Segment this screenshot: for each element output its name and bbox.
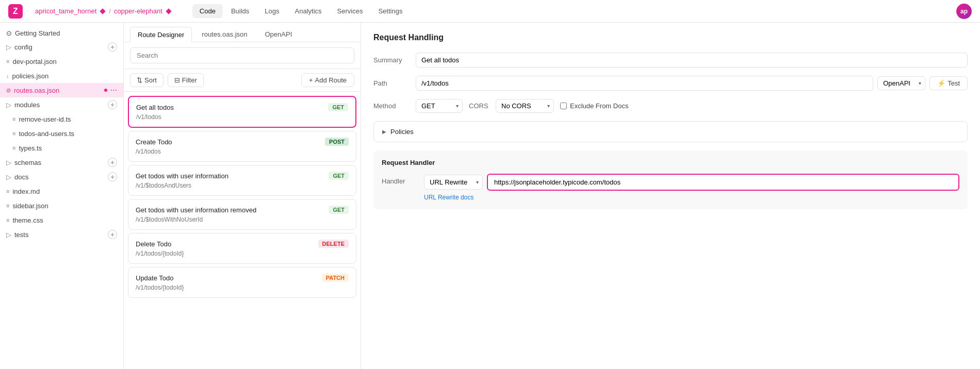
nav-tab-services[interactable]: Services [330, 4, 370, 18]
exclude-docs-checkbox[interactable] [560, 103, 567, 109]
avatar[interactable]: ap [956, 4, 972, 19]
policies-section: ▶ Policies [373, 121, 968, 142]
search-input[interactable] [130, 47, 354, 63]
routes-actions[interactable]: ··· [110, 86, 117, 95]
routes-list: Get all todos GET /v1/todos Create Todo … [124, 92, 361, 369]
sort-button[interactable]: ⇅ Sort [130, 73, 164, 87]
file-icon-remove-user: ≡ [12, 116, 15, 122]
modified-dot [104, 89, 107, 92]
route-item-todos-removed[interactable]: Get todos with user information removed … [128, 199, 356, 230]
filter-button[interactable]: ⊟ Filter [168, 73, 204, 87]
exclude-docs-text: Exclude From Docs [570, 102, 628, 110]
handler-type-select[interactable]: URL Rewrite Function Proxy [424, 175, 483, 190]
theme-label: theme.css [12, 216, 107, 224]
route-path-delete: /v1/todos/{todoId} [136, 250, 349, 257]
folder-icon-tests: ▷ [6, 231, 11, 239]
url-rewrite-docs-link[interactable]: URL Rewrite docs [424, 194, 959, 201]
getting-started-icon: ⊙ [6, 29, 12, 37]
nav-tab-settings[interactable]: Settings [371, 4, 410, 18]
method-badge-post: POST [325, 138, 349, 146]
nav-tab-analytics[interactable]: Analytics [288, 4, 329, 18]
sidebar-json-label: sidebar.json [12, 202, 107, 210]
sidebar-item-routes[interactable]: ⊘ routes.oas.json ··· [0, 83, 123, 97]
file-icon-sidebar-json: ≡ [6, 203, 9, 209]
cors-label: CORS [469, 102, 489, 110]
path-label: Path [373, 79, 410, 87]
tests-add-btn[interactable]: + [108, 230, 117, 239]
test-button[interactable]: ⚡ Test [929, 76, 968, 90]
todos-users-label: todos-and-users.ts [19, 130, 107, 138]
schemas-label: schemas [14, 159, 105, 166]
nav-tabs: Code Builds Logs Analytics Services Sett… [192, 4, 410, 18]
sidebar-item-modules[interactable]: ▷ modules + [0, 97, 123, 112]
sidebar-item-types[interactable]: ≡ types.ts ··· [0, 141, 123, 155]
sidebar-item-dev-portal[interactable]: ≡ dev-portal.json ··· [0, 54, 123, 69]
cors-select[interactable]: No CORS Allow CORS [496, 99, 554, 113]
sidebar-item-sidebar-json[interactable]: ≡ sidebar.json ··· [0, 198, 123, 213]
openapi-select-wrap: OpenAPI [877, 76, 925, 90]
sidebar-item-index[interactable]: ≡ index.md ··· [0, 184, 123, 198]
sidebar-item-theme[interactable]: ≡ theme.css ··· [0, 213, 123, 227]
nav-tab-code[interactable]: Code [192, 4, 223, 18]
file-icon-todos-users: ≡ [12, 130, 15, 137]
file-icon-types: ≡ [12, 145, 15, 151]
file-icon-index: ≡ [6, 188, 9, 194]
nav-tab-builds[interactable]: Builds [224, 4, 256, 18]
schemas-add-btn[interactable]: + [108, 158, 117, 167]
policies-header[interactable]: ▶ Policies [382, 128, 959, 136]
path-row: Path OpenAPI ⚡ Test [373, 76, 968, 91]
project2-label[interactable]: copper-elephant [114, 7, 162, 15]
route-item-update[interactable]: Update Todo PATCH /v1/todos/{todoId} [128, 267, 356, 298]
sidebar-item-policies[interactable]: ↓ policies.json ··· [0, 69, 123, 83]
url-input-wrap [487, 174, 959, 191]
diamond-icon2 [166, 8, 171, 14]
exclude-docs-label[interactable]: Exclude From Docs [560, 102, 628, 110]
sidebar-item-remove-user[interactable]: ≡ remove-user-id.ts ··· [0, 112, 123, 126]
cors-select-wrap: No CORS Allow CORS [496, 99, 554, 113]
route-item-create-todo[interactable]: Create Todo POST /v1/todos [128, 131, 356, 162]
openapi-select[interactable]: OpenAPI [877, 76, 925, 90]
index-label: index.md [12, 188, 107, 195]
route-item-delete[interactable]: Delete Todo DELETE /v1/todos/{todoId} [128, 233, 356, 264]
config-add-btn[interactable]: + [108, 42, 117, 52]
route-item-header-user-info: Get todos with user information GET [136, 172, 349, 180]
policies-label: policies.json [12, 72, 107, 80]
app-logo[interactable]: Z [8, 4, 23, 19]
request-panel: Request Handling Summary Path OpenAPI [361, 23, 980, 369]
route-path-removed: /v1/$todosWithNoUserId [136, 216, 349, 223]
url-input[interactable] [488, 175, 958, 190]
route-item-todos-user-info[interactable]: Get todos with user information GET /v1/… [128, 165, 356, 196]
route-item-get-todos[interactable]: Get all todos GET /v1/todos [128, 96, 356, 128]
sort-label: Sort [144, 76, 157, 84]
summary-row: Summary [373, 53, 968, 68]
path-input[interactable] [416, 76, 873, 91]
sidebar-item-tests[interactable]: ▷ tests + [0, 227, 123, 242]
sidebar-item-todos-users[interactable]: ≡ todos-and-users.ts ··· [0, 126, 123, 141]
method-badge-delete: DELETE [318, 240, 349, 248]
route-toolbar: ⇅ Sort ⊟ Filter + Add Route [124, 69, 361, 92]
sort-icon: ⇅ [137, 76, 142, 84]
docs-add-btn[interactable]: + [108, 172, 117, 181]
modules-add-btn[interactable]: + [108, 100, 117, 109]
add-route-label: Add Route [315, 76, 347, 84]
project1-label[interactable]: apricot_tame_hornet [35, 7, 96, 15]
handler-controls: URL Rewrite Function Proxy URL Rewrite d… [424, 174, 959, 201]
route-name-get-todos: Get all todos [136, 104, 174, 111]
nav-tab-logs[interactable]: Logs [257, 4, 286, 18]
handler-select-wrap: URL Rewrite Function Proxy [424, 174, 959, 191]
method-select[interactable]: GET POST PUT DELETE PATCH [416, 99, 463, 113]
routes-label: routes.oas.json [14, 87, 101, 94]
add-route-button[interactable]: + Add Route [301, 73, 354, 87]
handler-type-wrap: URL Rewrite Function Proxy [424, 175, 483, 190]
route-name-removed: Get todos with user information removed [136, 206, 256, 214]
sidebar-item-config[interactable]: ▷ config + [0, 40, 123, 54]
sidebar-item-schemas[interactable]: ▷ schemas + [0, 155, 123, 170]
sidebar-item-docs[interactable]: ▷ docs + [0, 170, 123, 184]
dev-portal-label: dev-portal.json [12, 58, 107, 65]
remove-user-label: remove-user-id.ts [19, 115, 107, 123]
tab-routes-oas[interactable]: routes.oas.json [194, 27, 255, 42]
summary-input[interactable] [416, 53, 968, 68]
tab-openapi[interactable]: OpenAPI [257, 27, 300, 42]
tab-route-designer[interactable]: Route Designer [130, 27, 192, 42]
sidebar-item-getting-started[interactable]: ⊙ Getting Started [0, 27, 123, 40]
